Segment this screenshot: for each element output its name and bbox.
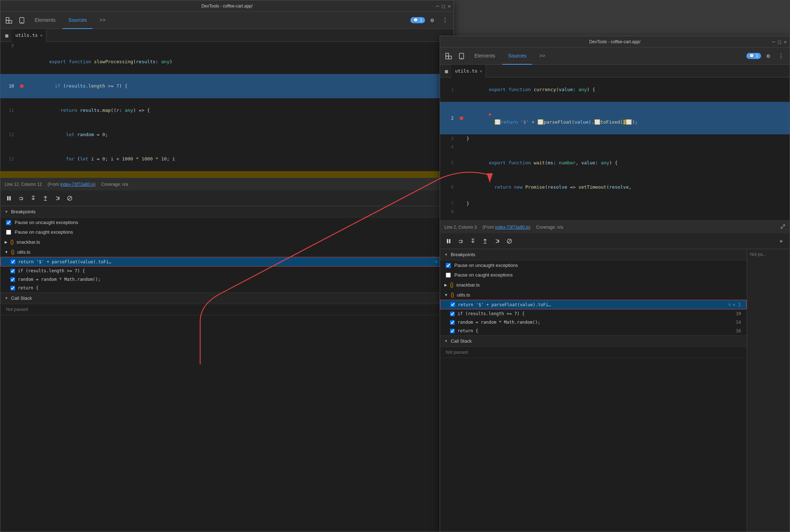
- bp-item-3-1[interactable]: random = random * Math.random(); 14: [0, 275, 454, 284]
- utils-group-1[interactable]: ▼ {} utils.ts: [0, 247, 454, 257]
- step-over-btn-1[interactable]: [15, 193, 27, 204]
- code-line-w2-9: 9 export function slowProcessing(results…: [440, 216, 790, 220]
- pause-caught-2[interactable]: Pause on caught exceptions: [440, 270, 747, 280]
- bp-checkbox-2-2[interactable]: [450, 312, 455, 316]
- arrow-down-icon-utils-2: ▼: [444, 293, 448, 297]
- code-area-1[interactable]: 8 export function slowProcessing(results…: [0, 42, 454, 178]
- bp-item-3-2[interactable]: random = random * Math.random(); 14: [440, 318, 747, 327]
- breakpoints-header-2[interactable]: ▼ Breakpoints: [440, 249, 747, 260]
- breakpoints-header-1[interactable]: ▼ Breakpoints: [0, 206, 454, 218]
- top-toolbar-2: Elements Sources >> 💬 1 ⚙ ⋮: [440, 48, 790, 65]
- minimize-icon-1[interactable]: ─: [436, 3, 439, 9]
- pause-uncaught-checkbox-1[interactable]: [6, 220, 11, 225]
- bp-item-1-2[interactable]: return '$' + parseFloat(value).toFi… ✎ ✕…: [440, 300, 747, 309]
- collapse-btn-2[interactable]: »: [775, 235, 787, 247]
- snackbar-label-2: snackbar.ts: [456, 282, 480, 288]
- bottom-panel-2: ▼ Breakpoints Pause on uncaught exceptio…: [440, 249, 747, 532]
- snackbar-group-2[interactable]: ▶ {} snackbar.ts: [440, 280, 747, 290]
- bp-item-2-1[interactable]: if (results.length >= 7) { 10: [0, 267, 454, 275]
- snackbar-label-1: snackbar.ts: [16, 239, 40, 245]
- sidebar-toggle-1[interactable]: ▦: [2, 30, 12, 40]
- status-bar-1: Line 12, Column 12 (From index-73f73a80.…: [0, 178, 454, 190]
- bp-item-1-1[interactable]: return '$' + parseFloat(value).toFi… ✎ ✕…: [0, 257, 454, 267]
- device-icon-1[interactable]: [16, 15, 28, 26]
- pause-resume-btn-2[interactable]: [443, 235, 454, 247]
- pause-caught-1[interactable]: Pause on caught exceptions: [0, 227, 454, 237]
- svg-rect-15: [449, 56, 451, 59]
- code-line-w2-5: 5 export function wait(ms: number, value…: [440, 151, 790, 175]
- step-into-btn-1[interactable]: [28, 193, 39, 204]
- gear-icon-2[interactable]: ⚙: [762, 50, 774, 62]
- more-icon-1[interactable]: ⋮: [439, 15, 451, 26]
- source-link-2[interactable]: index-73f73a80.js: [495, 225, 529, 230]
- deactivate-btn-2[interactable]: [504, 235, 515, 247]
- utils-group-2[interactable]: ▼ {} utils.ts: [440, 290, 747, 300]
- inspect-icon-2[interactable]: [443, 50, 454, 62]
- arrow-down-icon-1: ▼: [5, 210, 8, 214]
- breakpoints-label-1: Breakpoints: [11, 209, 36, 214]
- bp-item-2-2[interactable]: if (results.length >= 7) { 10: [440, 309, 747, 318]
- pause-uncaught-checkbox-2[interactable]: [446, 263, 451, 268]
- chat-icon-2: 💬: [749, 54, 754, 58]
- call-stack-header-2[interactable]: ▼ Call Stack: [440, 335, 747, 347]
- file-tab-close-2[interactable]: ✕: [480, 69, 482, 74]
- bp-checkbox-4-2[interactable]: [450, 329, 455, 333]
- minimize-icon-2[interactable]: ─: [772, 39, 775, 45]
- tab-more-1[interactable]: >>: [94, 12, 111, 29]
- tab-sources-2[interactable]: Sources: [502, 48, 532, 65]
- tab-elements-1[interactable]: Elements: [29, 12, 61, 29]
- bp-checkbox-1-1[interactable]: [11, 259, 15, 264]
- bp-checkbox-1-2[interactable]: [450, 302, 455, 307]
- tab-more-2[interactable]: >>: [534, 48, 551, 65]
- delete-icon-1-2[interactable]: ✕: [732, 302, 735, 307]
- pause-uncaught-1[interactable]: Pause on uncaught exceptions: [0, 218, 454, 227]
- utils-label-2: utils.ts: [457, 292, 470, 298]
- bp-checkbox-3-2[interactable]: [450, 320, 455, 325]
- code-area-2[interactable]: 1 export function currency(value: any) {…: [440, 78, 790, 220]
- snackbar-group-1[interactable]: ▶ {} snackbar.ts: [0, 237, 454, 247]
- pause-resume-btn-1[interactable]: [3, 193, 15, 204]
- bp-checkbox-2-1[interactable]: [10, 269, 15, 273]
- expand-btn-2[interactable]: [780, 224, 785, 230]
- tab-sources-1[interactable]: Sources: [63, 12, 92, 29]
- close-icon-1[interactable]: ✕: [448, 3, 451, 9]
- source-link-1[interactable]: index-73f73a80.js: [60, 182, 94, 187]
- edit-icon-1-2[interactable]: ✎: [728, 302, 731, 307]
- status-bar-2: Line 2, Column 3 (From index-73f73a80.js…: [440, 220, 790, 233]
- arrow-right-icon-snackbar-1: ▶: [5, 240, 8, 244]
- bp-item-4-1[interactable]: return { 16: [0, 284, 454, 292]
- step-out-btn-2[interactable]: [479, 235, 491, 247]
- step-over-btn-2[interactable]: [455, 235, 466, 247]
- chat-badge-1[interactable]: 💬 1: [410, 17, 425, 23]
- pause-caught-checkbox-1[interactable]: [6, 230, 11, 235]
- close-icon-2[interactable]: ✕: [784, 39, 787, 45]
- step-into-btn-2[interactable]: [467, 235, 479, 247]
- tab-elements-2[interactable]: Elements: [469, 48, 501, 65]
- pause-uncaught-2[interactable]: Pause on uncaught exceptions: [440, 260, 747, 270]
- bp-item-4-2[interactable]: return { 16: [440, 327, 747, 335]
- continue-btn-2[interactable]: [492, 235, 503, 247]
- code-line-w2-7: 7 }: [440, 199, 790, 208]
- arrow-down-icon-cs-1: ▼: [5, 296, 8, 300]
- file-tab-utils-1[interactable]: utils.ts ✕: [12, 29, 46, 42]
- more-icon-2[interactable]: ⋮: [775, 50, 787, 62]
- maximize-icon-2[interactable]: □: [778, 39, 781, 45]
- bp-checkbox-3-1[interactable]: [10, 277, 15, 282]
- file-tab-utils-2[interactable]: utils.ts ✕: [451, 65, 486, 78]
- step-out-btn-1[interactable]: [40, 193, 51, 204]
- pause-caught-checkbox-2[interactable]: [446, 273, 451, 278]
- file-tab-close-1[interactable]: ✕: [40, 33, 43, 38]
- deactivate-btn-1[interactable]: [64, 193, 75, 204]
- breakpoints-label-2: Breakpoints: [451, 252, 475, 257]
- call-stack-header-1[interactable]: ▼ Call Stack: [0, 293, 454, 304]
- gear-icon-1[interactable]: ⚙: [426, 15, 438, 26]
- edit-icon-1-1[interactable]: ✎: [435, 259, 438, 264]
- sidebar-toggle-2[interactable]: ▦: [441, 66, 451, 76]
- chat-badge-2[interactable]: 💬 1: [746, 53, 761, 59]
- inspect-icon-1[interactable]: [3, 15, 15, 26]
- device-icon-2[interactable]: [456, 50, 467, 62]
- continue-btn-1[interactable]: [52, 193, 63, 204]
- maximize-icon-1[interactable]: □: [442, 3, 445, 9]
- debug-toolbar-2: »: [440, 233, 790, 249]
- bp-checkbox-4-1[interactable]: [10, 286, 15, 290]
